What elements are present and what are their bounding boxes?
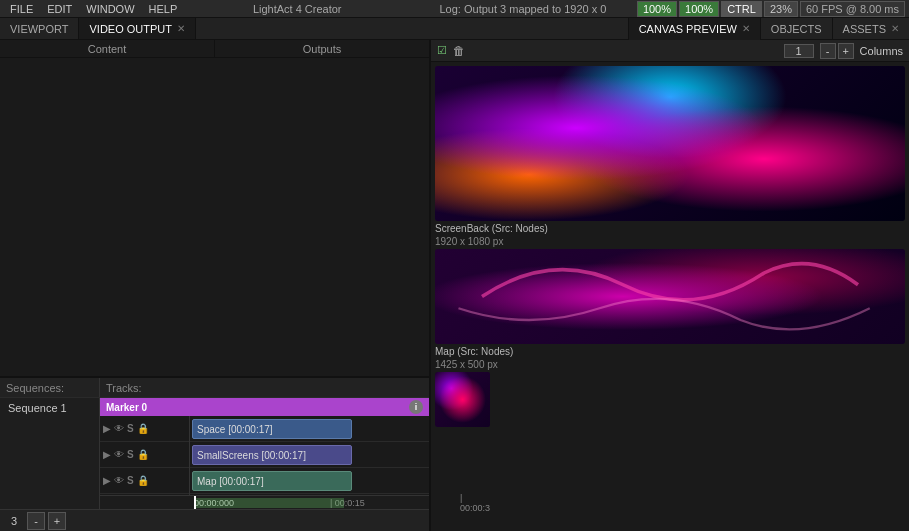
green-region xyxy=(194,498,344,508)
time-30: | 00:00:3 xyxy=(460,493,490,513)
marker-label: Marker 0 xyxy=(106,402,147,413)
track-eye-2[interactable]: 👁 xyxy=(114,449,124,460)
zoom1-badge: 100% xyxy=(637,1,677,17)
left-panel: Content Outputs xyxy=(0,40,430,531)
thumbnail-grid: ScreenBack (Src: Nodes) 1920 x 1080 px M… xyxy=(431,62,909,531)
track-count: 3 xyxy=(4,515,24,527)
tab-video-output-close[interactable]: ✕ xyxy=(177,23,185,34)
tab-assets-close[interactable]: ✕ xyxy=(891,23,899,34)
clip-space[interactable]: Space [00:00:17] xyxy=(192,419,352,439)
clip-map[interactable]: Map [00:00:17] xyxy=(192,471,352,491)
fps-badge: 60 FPS @ 8.00 ms xyxy=(800,1,905,17)
log-text: Log: Output 3 mapped to 1920 x 0 xyxy=(411,3,635,15)
thumb-map-label: Map (Src: Nodes) xyxy=(435,346,905,357)
track-control-1: ▶ 👁 S 🔒 xyxy=(100,416,189,442)
playhead xyxy=(194,496,196,509)
clip-row-2: SmallScreens [00:00:17] xyxy=(190,442,429,468)
timeline-ruler-bar: Marker 0 i xyxy=(100,398,429,416)
tracks-main: Marker 0 i ▶ 👁 S 🔒 xyxy=(100,398,429,509)
thumb-screenback-image xyxy=(435,66,905,221)
canvas-preview-toolbar: ☑ 🗑 - + Columns xyxy=(431,40,909,62)
thumb-small-image xyxy=(435,372,905,427)
canvas-preview-panel: ☑ 🗑 - + Columns ScreenBack (Src: Nodes) … xyxy=(430,40,909,531)
menu-right: 100% 100% CTRL 23% 60 FPS @ 8.00 ms xyxy=(637,1,905,17)
tracks-header: Tracks: xyxy=(100,378,148,397)
app-title: LightAct 4 Creator xyxy=(185,3,409,15)
menu-window[interactable]: WINDOW xyxy=(80,0,140,18)
cp-columns-label: Columns xyxy=(860,45,903,57)
track-lock-1[interactable]: 🔒 xyxy=(137,423,149,434)
tabs-right: CANVAS PREVIEW ✕ OBJECTS ASSETS ✕ xyxy=(628,18,909,39)
node-editor: Content Outputs xyxy=(0,40,429,376)
clip-row-1: Space [00:00:17] xyxy=(190,416,429,442)
timeline-body: Sequence 1 Marker 0 i xyxy=(0,398,429,509)
cp-minus-btn[interactable]: - xyxy=(820,43,836,59)
menu-file[interactable]: FILE xyxy=(4,0,39,18)
clip-smallscreens[interactable]: SmallScreens [00:00:17] xyxy=(192,445,352,465)
track-remove-btn[interactable]: - xyxy=(27,512,45,530)
node-editor-header: Content Outputs xyxy=(0,40,429,58)
menu-edit[interactable]: EDIT xyxy=(41,0,78,18)
tab-viewport[interactable]: VIEWPORT xyxy=(0,18,79,39)
timeline-bottom: 3 - + xyxy=(0,509,429,531)
track-s-1[interactable]: S xyxy=(127,423,134,434)
track-play-2[interactable]: ▶ xyxy=(103,449,111,460)
clip-area: Space [00:00:17] SmallScreens [00:00:17]… xyxy=(190,416,429,495)
track-eye-1[interactable]: 👁 xyxy=(114,423,124,434)
timeline-header: Sequences: Tracks: xyxy=(0,378,429,398)
thumb-small[interactable] xyxy=(435,372,905,427)
timeline-info-btn[interactable]: i xyxy=(409,400,423,414)
cp-check-icon: ☑ xyxy=(437,44,447,57)
time-ruler: 00:00:000 | 00:0:15 | 00:00:3 xyxy=(100,495,429,509)
track-controls-col: ▶ 👁 S 🔒 ▶ 👁 S 🔒 xyxy=(100,416,190,495)
menu-bar: FILE EDIT WINDOW HELP LightAct 4 Creator… xyxy=(0,0,909,18)
clip-row-3: Map [00:00:17] xyxy=(190,468,429,494)
track-play-1[interactable]: ▶ xyxy=(103,423,111,434)
track-s-3[interactable]: S xyxy=(127,475,134,486)
perf-badge: 23% xyxy=(764,1,798,17)
ctrl-badge: CTRL xyxy=(721,1,762,17)
track-control-2: ▶ 👁 S 🔒 xyxy=(100,442,189,468)
zoom2-badge: 100% xyxy=(679,1,719,17)
thumb-screenback[interactable]: ScreenBack (Src: Nodes) 1920 x 1080 px xyxy=(435,66,905,247)
cp-col-num[interactable] xyxy=(784,44,814,58)
thumb-screenback-size: 1920 x 1080 px xyxy=(435,236,905,247)
track-eye-3[interactable]: 👁 xyxy=(114,475,124,486)
cp-delete-icon[interactable]: 🗑 xyxy=(453,44,465,58)
track-add-btn[interactable]: + xyxy=(48,512,66,530)
track-lock-2[interactable]: 🔒 xyxy=(137,449,149,460)
main-area: Content Outputs xyxy=(0,40,909,531)
tab-canvas-preview-close[interactable]: ✕ xyxy=(742,23,750,34)
track-s-2[interactable]: S xyxy=(127,449,134,460)
tab-video-output[interactable]: VIDEO OUTPUT ✕ xyxy=(79,18,196,39)
tabs-row: VIEWPORT VIDEO OUTPUT ✕ CANVAS PREVIEW ✕… xyxy=(0,18,909,40)
outputs-label: Outputs xyxy=(215,40,429,57)
track-lock-3[interactable]: 🔒 xyxy=(137,475,149,486)
cp-plus-btn[interactable]: + xyxy=(838,43,854,59)
sequences-col: Sequence 1 xyxy=(0,398,100,509)
tab-assets[interactable]: ASSETS ✕ xyxy=(832,18,909,40)
track-control-3: ▶ 👁 S 🔒 xyxy=(100,468,189,494)
sequences-header: Sequences: xyxy=(0,378,100,397)
track-play-3[interactable]: ▶ xyxy=(103,475,111,486)
sequence-1-item[interactable]: Sequence 1 xyxy=(0,398,99,418)
track-rows: ▶ 👁 S 🔒 ▶ 👁 S 🔒 xyxy=(100,416,429,495)
timeline-section: Sequences: Tracks: Sequence 1 Marker 0 i xyxy=(0,376,429,531)
thumb-map-size: 1425 x 500 px xyxy=(435,359,905,370)
thumb-screenback-label: ScreenBack (Src: Nodes) xyxy=(435,223,905,234)
thumb-map-image xyxy=(435,249,905,344)
thumb-map[interactable]: Map (Src: Nodes) 1425 x 500 px xyxy=(435,249,905,370)
menu-help[interactable]: HELP xyxy=(143,0,184,18)
cp-plus-minus: - + xyxy=(820,43,854,59)
content-label: Content xyxy=(0,40,215,57)
tab-objects[interactable]: OBJECTS xyxy=(760,18,832,40)
tab-canvas-preview[interactable]: CANVAS PREVIEW ✕ xyxy=(628,18,760,40)
